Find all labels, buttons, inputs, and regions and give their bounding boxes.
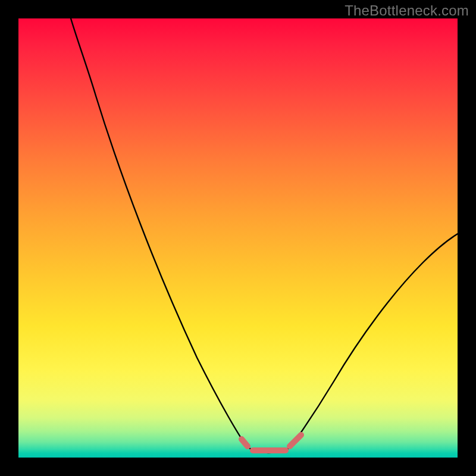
marker-segment-right — [290, 435, 301, 446]
watermark-text: TheBottleneck.com — [345, 2, 469, 19]
plot-area — [18, 18, 458, 458]
bottleneck-curve-left — [71, 18, 247, 447]
bottleneck-curve-right — [291, 234, 458, 447]
curve-layer — [18, 18, 458, 458]
marker-segment-left — [242, 439, 248, 446]
chart-frame: TheBottleneck.com — [0, 0, 476, 476]
